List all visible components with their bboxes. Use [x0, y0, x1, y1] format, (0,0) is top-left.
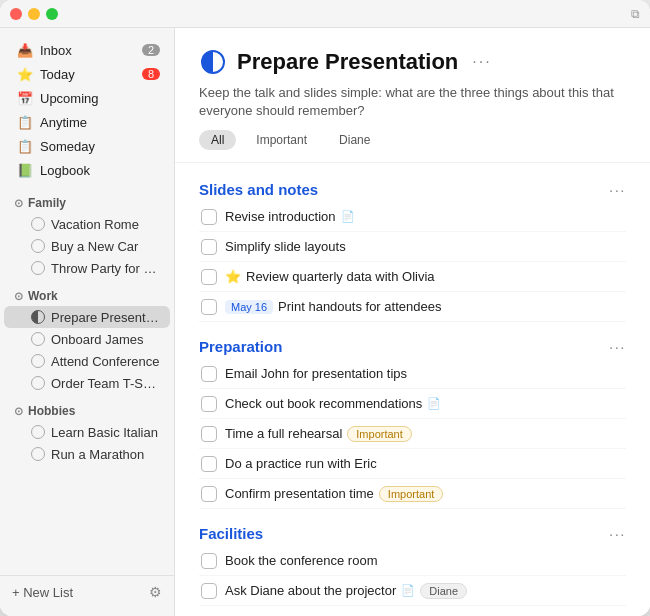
task-checkbox-2[interactable] — [201, 239, 217, 255]
task-item-1: Revise introduction 📄 — [199, 202, 626, 232]
inbox-badge: 2 — [142, 44, 160, 56]
task-label-7: Time a full rehearsal — [225, 426, 342, 441]
sidebar-item-upcoming[interactable]: 📅 Upcoming — [4, 86, 170, 110]
sidebar-item-logbook[interactable]: 📗 Logbook — [4, 158, 170, 182]
section-more-slides[interactable]: ··· — [609, 181, 626, 198]
task-text-5: Email John for presentation tips — [225, 366, 624, 381]
task-text-4: May 16 Print handouts for attendees — [225, 299, 624, 314]
sidebar-item-order-tshirts[interactable]: Order Team T-Shirts — [4, 372, 170, 394]
filter-icon[interactable]: ⚙ — [149, 584, 162, 600]
list-icon — [30, 216, 46, 232]
task-text-1: Revise introduction 📄 — [225, 209, 624, 224]
maximize-button[interactable] — [46, 8, 58, 20]
label-attend-conference: Attend Conference — [51, 354, 160, 369]
tag-diane-11: Diane — [420, 583, 467, 599]
task-checkbox-4[interactable] — [201, 299, 217, 315]
task-item-5: Email John for presentation tips — [199, 359, 626, 389]
more-options-button[interactable]: ··· — [472, 53, 491, 71]
filter-tabs: All Important Diane — [199, 130, 626, 150]
task-checkbox-1[interactable] — [201, 209, 217, 225]
new-list-label: + New List — [12, 585, 73, 600]
task-text-3: ⭐ Review quarterly data with Olivia — [225, 269, 624, 284]
label-throw-party: Throw Party for Eve — [51, 261, 160, 276]
task-item-7: Time a full rehearsal Important — [199, 419, 626, 449]
section-slides-notes: Slides and notes ··· Revise introduction… — [199, 173, 626, 322]
label-order-tshirts: Order Team T-Shirts — [51, 376, 160, 391]
group-collapse-icon: ⊙ — [14, 197, 23, 210]
label-learn-italian: Learn Basic Italian — [51, 425, 160, 440]
task-text-11: Ask Diane about the projector 📄 Diane — [225, 583, 624, 599]
section-more-facilities[interactable]: ··· — [609, 525, 626, 542]
task-item-6: Check out book recommendations 📄 — [199, 389, 626, 419]
sidebar-footer: + New List ⚙ — [0, 575, 174, 608]
task-item-4: May 16 Print handouts for attendees — [199, 292, 626, 322]
task-text-7: Time a full rehearsal Important — [225, 426, 624, 442]
sidebar-item-prepare-presentation[interactable]: Prepare Presentation — [4, 306, 170, 328]
group-collapse-icon-hobbies: ⊙ — [14, 405, 23, 418]
sidebar-item-attend-conference[interactable]: Attend Conference — [4, 350, 170, 372]
sidebar-label-someday: Someday — [40, 139, 160, 154]
section-facilities: Facilities ··· Book the conference room … — [199, 517, 626, 606]
task-item-9: Confirm presentation time Important — [199, 479, 626, 509]
minimize-button[interactable] — [28, 8, 40, 20]
list-icon — [30, 446, 46, 462]
sidebar-item-throw-party[interactable]: Throw Party for Eve — [4, 257, 170, 279]
task-label-4: Print handouts for attendees — [278, 299, 441, 314]
task-item-11: Ask Diane about the projector 📄 Diane — [199, 576, 626, 606]
sidebar-label-anytime: Anytime — [40, 115, 160, 130]
task-item-10: Book the conference room — [199, 546, 626, 576]
filter-tab-all[interactable]: All — [199, 130, 236, 150]
section-more-preparation[interactable]: ··· — [609, 338, 626, 355]
note-icon-6: 📄 — [427, 397, 441, 410]
list-icon — [30, 424, 46, 440]
task-label-6: Check out book recommendations — [225, 396, 422, 411]
sidebar-label-inbox: Inbox — [40, 43, 142, 58]
tag-important-9: Important — [379, 486, 443, 502]
task-text-8: Do a practice run with Eric — [225, 456, 624, 471]
task-label-9: Confirm presentation time — [225, 486, 374, 501]
task-checkbox-3[interactable] — [201, 269, 217, 285]
task-checkbox-5[interactable] — [201, 366, 217, 382]
filter-tab-important[interactable]: Important — [244, 130, 319, 150]
upcoming-icon: 📅 — [16, 89, 34, 107]
task-checkbox-7[interactable] — [201, 426, 217, 442]
sidebar-item-vacation-rome[interactable]: Vacation Rome — [4, 213, 170, 235]
sidebar-item-today[interactable]: ⭐ Today 8 — [4, 62, 170, 86]
close-button[interactable] — [10, 8, 22, 20]
sidebar-item-someday[interactable]: 📋 Someday — [4, 134, 170, 158]
star-icon-3: ⭐ — [225, 269, 241, 284]
new-list-button[interactable]: + New List — [12, 585, 73, 600]
task-checkbox-10[interactable] — [201, 553, 217, 569]
task-checkbox-11[interactable] — [201, 583, 217, 599]
anytime-icon: 📋 — [16, 113, 34, 131]
task-checkbox-6[interactable] — [201, 396, 217, 412]
list-icon — [30, 353, 46, 369]
section-title-slides: Slides and notes — [199, 181, 318, 198]
main-panel: Prepare Presentation ··· Keep the talk a… — [175, 28, 650, 616]
task-label-8: Do a practice run with Eric — [225, 456, 377, 471]
task-checkbox-8[interactable] — [201, 456, 217, 472]
today-badge: 8 — [142, 68, 160, 80]
task-item-8: Do a practice run with Eric — [199, 449, 626, 479]
sidebar-item-run-marathon[interactable]: Run a Marathon — [4, 443, 170, 465]
main-content: 📥 Inbox 2 ⭐ Today 8 📅 Upcoming 📋 — [0, 28, 650, 616]
sidebar-group-work: ⊙ Work Prepare Presentation Onboard Jame… — [0, 279, 174, 394]
sidebar-item-learn-italian[interactable]: Learn Basic Italian — [4, 421, 170, 443]
sidebar-item-inbox[interactable]: 📥 Inbox 2 — [4, 38, 170, 62]
section-title-preparation: Preparation — [199, 338, 282, 355]
sidebar-item-anytime[interactable]: 📋 Anytime — [4, 110, 170, 134]
group-name-family: Family — [28, 196, 66, 210]
task-text-9: Confirm presentation time Important — [225, 486, 624, 502]
sidebar-label-upcoming: Upcoming — [40, 91, 160, 106]
section-title-facilities: Facilities — [199, 525, 263, 542]
app-window: ⧉ 📥 Inbox 2 ⭐ Today 8 📅 — [0, 0, 650, 616]
sidebar-group-hobbies: ⊙ Hobbies Learn Basic Italian Run a Mara… — [0, 394, 174, 465]
task-checkbox-9[interactable] — [201, 486, 217, 502]
filter-tab-diane[interactable]: Diane — [327, 130, 382, 150]
today-icon: ⭐ — [16, 65, 34, 83]
sidebar-label-today: Today — [40, 67, 142, 82]
sidebar-item-buy-new-car[interactable]: Buy a New Car — [4, 235, 170, 257]
sidebar-item-onboard-james[interactable]: Onboard James — [4, 328, 170, 350]
someday-icon: 📋 — [16, 137, 34, 155]
main-body: Slides and notes ··· Revise introduction… — [175, 163, 650, 616]
